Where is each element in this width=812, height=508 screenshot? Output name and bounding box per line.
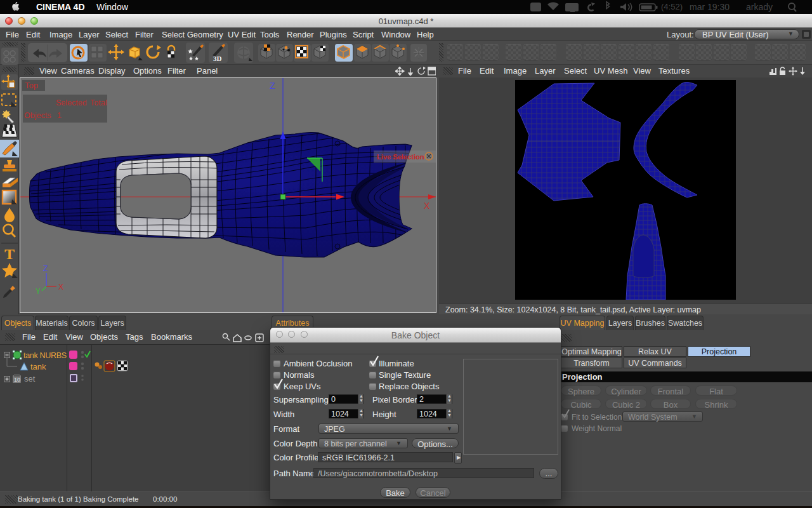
svg-text:10: 10	[14, 377, 20, 383]
svg-text:arkady: arkady	[746, 2, 773, 12]
svg-text:X: X	[58, 283, 63, 291]
svg-text:X: X	[424, 201, 430, 211]
svg-text:T: T	[4, 246, 15, 262]
svg-text:Y: Y	[36, 287, 41, 296]
svg-text:(4:52): (4:52)	[661, 2, 683, 11]
svg-text:Top: Top	[25, 81, 38, 90]
svg-text:tank: tank	[30, 362, 46, 371]
svg-text:Live Selection: Live Selection	[377, 153, 424, 161]
svg-text:Objects: Objects	[24, 111, 51, 120]
svg-text:Total: Total	[90, 98, 107, 107]
svg-text:Z: Z	[43, 264, 48, 273]
svg-text:1: 1	[57, 111, 62, 120]
svg-text:Z: Z	[270, 81, 275, 91]
svg-text:tank NURBS: tank NURBS	[23, 351, 67, 360]
svg-text:mar 19:30: mar 19:30	[690, 2, 730, 12]
svg-text:3D: 3D	[213, 55, 222, 62]
svg-text:set: set	[24, 374, 36, 384]
svg-text:Selected: Selected	[56, 98, 87, 107]
